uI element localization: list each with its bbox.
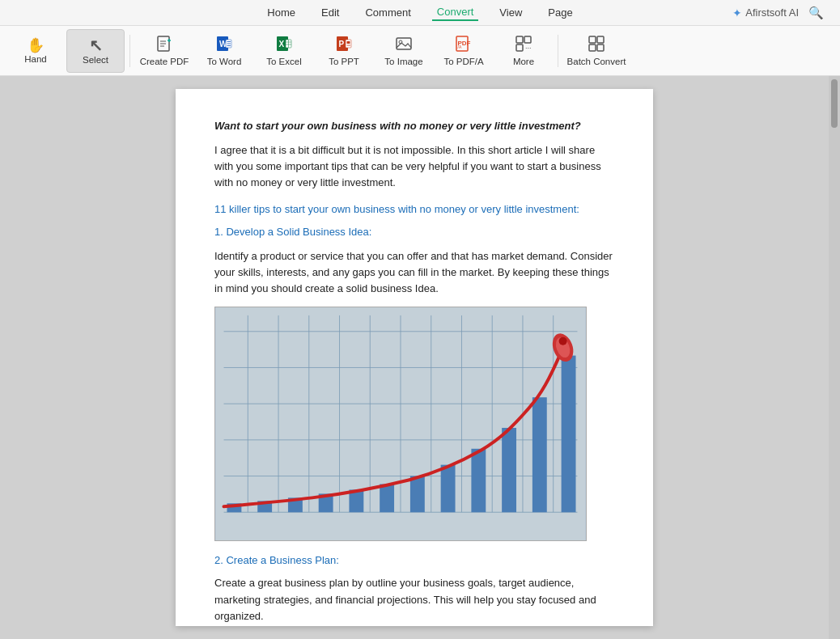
to-ppt-button[interactable]: P To PPT bbox=[315, 29, 373, 73]
business-chart bbox=[214, 307, 587, 541]
search-icon[interactable]: 🔍 bbox=[808, 6, 824, 20]
svg-rect-29 bbox=[524, 36, 531, 43]
svg-text:X: X bbox=[279, 40, 285, 49]
svg-rect-32 bbox=[589, 36, 596, 43]
section1-heading: 1. Develop a Solid Business Idea: bbox=[214, 224, 614, 240]
to-word-label: To Word bbox=[207, 57, 242, 66]
svg-rect-64 bbox=[532, 397, 547, 512]
ai-star-icon: ✦ bbox=[732, 6, 742, 19]
menu-convert[interactable]: Convert bbox=[432, 4, 479, 21]
document-page: Want to start your own business with no … bbox=[176, 89, 653, 626]
svg-rect-23 bbox=[397, 38, 411, 49]
to-ppt-icon: P bbox=[335, 35, 353, 55]
more-label: More bbox=[513, 57, 534, 66]
svg-rect-35 bbox=[597, 44, 604, 51]
svg-rect-33 bbox=[597, 36, 604, 43]
svg-text:···: ··· bbox=[525, 44, 532, 52]
svg-rect-60 bbox=[410, 476, 425, 513]
batch-convert-label: Batch Convert bbox=[567, 57, 626, 66]
create-pdf-button[interactable]: Create PDF bbox=[135, 29, 193, 73]
select-label: Select bbox=[83, 55, 108, 65]
hand-label: Hand bbox=[24, 54, 47, 64]
ai-label: ✦ Afirstsoft AI bbox=[732, 6, 799, 19]
menu-edit[interactable]: Edit bbox=[316, 5, 344, 20]
svg-rect-65 bbox=[562, 356, 576, 513]
svg-rect-34 bbox=[589, 44, 596, 51]
svg-rect-61 bbox=[441, 465, 456, 513]
select-tool-button[interactable]: ↖ Select bbox=[66, 29, 125, 73]
scrollbar[interactable] bbox=[829, 76, 840, 639]
document-heading: Want to start your own business with no … bbox=[214, 118, 614, 134]
menu-bar: Home Edit Comment Convert View Page ✦ Af… bbox=[0, 0, 840, 26]
svg-rect-21 bbox=[347, 41, 350, 44]
svg-rect-59 bbox=[380, 485, 394, 513]
svg-rect-62 bbox=[471, 449, 486, 512]
to-word-button[interactable]: W To Word bbox=[195, 29, 253, 73]
batch-convert-icon bbox=[588, 35, 605, 55]
document-para1: I agree that it is a bit difficult but i… bbox=[214, 142, 614, 191]
document-container: Want to start your own business with no … bbox=[0, 76, 829, 639]
to-excel-icon: X bbox=[275, 35, 293, 55]
hand-icon: ✋ bbox=[27, 38, 45, 53]
hand-tool-button[interactable]: ✋ Hand bbox=[6, 29, 65, 73]
more-button[interactable]: ··· More bbox=[494, 29, 553, 73]
to-image-label: To Image bbox=[384, 57, 422, 66]
to-pdfa-icon: PDF /A bbox=[455, 35, 473, 55]
create-pdf-icon bbox=[155, 35, 173, 55]
svg-text:/A: /A bbox=[458, 44, 462, 49]
to-image-button[interactable]: To Image bbox=[375, 29, 433, 73]
toolbar-separator-1 bbox=[129, 35, 130, 67]
scroll-thumb[interactable] bbox=[831, 79, 838, 128]
create-pdf-label: Create PDF bbox=[140, 57, 189, 66]
main-area: Want to start your own business with no … bbox=[0, 76, 840, 639]
to-image-icon bbox=[395, 35, 413, 55]
select-icon: ↖ bbox=[89, 37, 103, 53]
to-ppt-label: To PPT bbox=[329, 57, 359, 66]
svg-text:P: P bbox=[339, 40, 345, 49]
to-pdfa-button[interactable]: PDF /A To PDF/A bbox=[435, 29, 493, 73]
svg-rect-63 bbox=[502, 428, 516, 512]
document-para2: Identify a product or service that you c… bbox=[214, 248, 614, 297]
menu-comment[interactable]: Comment bbox=[360, 5, 415, 20]
batch-convert-button[interactable]: Batch Convert bbox=[563, 29, 630, 73]
chart-container bbox=[214, 307, 614, 541]
document-link[interactable]: 11 killer tips to start your own busines… bbox=[214, 201, 614, 218]
ai-label-text: Afirstsoft AI bbox=[745, 6, 799, 19]
section2-heading: 2. Create a Business Plan: bbox=[214, 552, 614, 569]
svg-rect-28 bbox=[516, 36, 523, 43]
to-excel-label: To Excel bbox=[266, 57, 301, 66]
menu-page[interactable]: Page bbox=[543, 5, 577, 20]
svg-rect-30 bbox=[516, 44, 523, 51]
to-pdfa-label: To PDF/A bbox=[443, 57, 483, 66]
menu-right: ✦ Afirstsoft AI 🔍 bbox=[732, 6, 824, 20]
toolbar-separator-2 bbox=[558, 35, 558, 67]
svg-point-68 bbox=[559, 337, 567, 345]
toolbar: ✋ Hand ↖ Select Create PDF W bbox=[0, 26, 840, 76]
menu-home[interactable]: Home bbox=[262, 5, 300, 20]
to-word-icon: W bbox=[215, 35, 233, 55]
to-excel-button[interactable]: X To Excel bbox=[255, 29, 313, 73]
more-icon: ··· bbox=[515, 35, 532, 55]
menu-view[interactable]: View bbox=[494, 5, 527, 20]
document-para3: Create a great business plan by outline … bbox=[214, 575, 614, 624]
